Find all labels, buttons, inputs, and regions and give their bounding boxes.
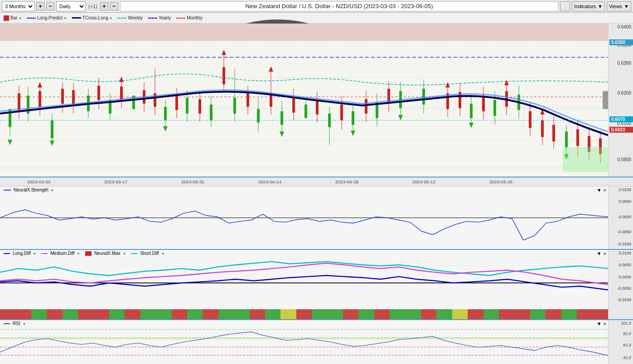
rsi-controls: ▼ × [597,321,606,326]
svg-text:2023-03-17: 2023-03-17 [104,180,127,185]
svg-text:2023-03-31: 2023-03-31 [181,180,204,185]
rsi-close-btn[interactable]: × [604,321,606,326]
svg-marker-162 [398,115,403,120]
sell-signals [38,50,545,115]
diff-label-n0100: -0.0100 [617,297,631,302]
neurax-axis: 0.0100 0.0050 0.0000 -0.0050 -0.0100 [608,187,633,249]
neurax-controls: ▼ × [597,187,606,193]
svg-text:2023-05-12: 2023-05-12 [412,180,435,185]
resistance-band [0,24,608,41]
svg-marker-161 [351,131,355,136]
svg-marker-157 [8,139,12,145]
diff-chart: Long.Diff ● Medium.Diff ● NeuralX.Max ● … [0,250,633,320]
svg-marker-165 [38,82,42,87]
current-price-badge: 0.6070 [609,116,633,122]
chart-container: 0.6400 0.6350 0.6300 0.6200 0.6100 0.590… [0,24,633,364]
diff-close-btn[interactable]: × [604,251,606,256]
neurax-dot: ● [51,188,53,192]
svg-marker-160 [280,132,284,137]
price-label-6200: 0.6200 [617,91,631,96]
price-axis: 0.6400 0.6350 0.6300 0.6200 0.6100 0.590… [608,24,633,177]
neurax-svg [0,187,608,249]
svg-marker-170 [504,80,509,85]
svg-marker-159 [163,126,168,132]
neurax-chart-main[interactable]: NeuralX.Strength ● ▼ × [0,187,608,249]
neurax-header: NeuralX.Strength ● [4,187,53,192]
svg-marker-163 [469,123,474,128]
toolbar: 3 Months 1 Month 6 Months 1 Year + − Dai… [0,0,633,13]
diff-controls: ▼ × [597,251,606,256]
price-label-5900: 0.5900 [617,157,631,162]
rsi-header: RSI ● [4,321,25,326]
svg-marker-167 [222,50,226,55]
price-svg [0,24,608,177]
rsi-axis: 101.0 81.0 61.0 41.0 21.0 [608,320,633,364]
rsi-label-81: 81.0 [623,331,631,336]
rsi-label-41: 41.0 [623,355,631,360]
neurax-label-n0050: -0.0050 [617,230,631,234]
diff-label-n0050: -0.0050 [617,286,631,291]
rsi-svg [0,320,608,364]
rsi-chart-main[interactable]: RSI ● ▼ × [0,320,608,364]
svg-marker-169 [445,82,450,87]
neurax-line-icon [4,190,11,191]
svg-text:2023-04-28: 2023-04-28 [335,180,358,185]
buy-signals [8,115,569,159]
diff-chart-main[interactable]: Long.Diff ● Medium.Diff ● NeuralX.Max ● … [0,250,608,319]
rsi-line-icon [4,323,10,324]
price-label-6300: 0.6300 [617,61,631,66]
price-chart-main[interactable] [0,24,608,177]
diff-label-0050: 0.0050 [619,263,631,267]
neurax-label-0050: 0.0050 [619,199,631,204]
support-band [563,147,608,172]
neurax-label-0100: 0.0100 [619,187,631,192]
price-chart: 0.6400 0.6350 0.6300 0.6200 0.6100 0.590… [0,24,633,177]
predict-price-badge: 0.6023 [609,127,633,133]
signal-bar [0,309,608,319]
long-diff-icon [4,253,10,254]
diff-axis: 0.0100 0.0050 0.0000 -0.0050 -0.0100 [608,250,633,319]
medium-diff-icon [41,253,48,254]
diff-header: Long.Diff ● Medium.Diff ● NeuralX.Max ● … [4,251,164,256]
yearly-price-badge: 0.6350 [609,39,633,45]
rsi-collapse-btn[interactable]: ▼ [597,321,602,326]
chart-scrollbar[interactable] [603,91,608,109]
neurax-chart: NeuralX.Strength ● ▼ × 0.0100 0.0050 0.0… [0,187,633,250]
rsi-chart: RSI ● ▼ × 101.0 [0,320,633,364]
neurax-label-n0100: -0.0100 [617,242,631,246]
price-label-6400: 0.6400 [617,24,631,29]
svg-marker-158 [50,140,54,146]
svg-text:2023-03-03: 2023-03-03 [27,180,50,185]
red-bars [19,52,600,163]
svg-text:2023-04-14: 2023-04-14 [258,180,282,185]
short-diff-icon [131,253,137,254]
svg-text:2023-05-26: 2023-05-26 [489,180,512,185]
rsi-label-101: 101.0 [621,321,631,326]
rsi-label-61: 61.0 [623,343,631,347]
svg-marker-168 [269,66,273,72]
neurax-collapse-btn[interactable]: ▼ [597,187,602,193]
diff-label-0000: 0.0000 [619,275,631,279]
neurax-close-btn[interactable]: × [604,187,606,193]
search-btn[interactable] [560,1,570,11]
neurax-max-icon [85,251,92,256]
rsi-dot: ● [23,321,25,326]
x-axis: 2023-03-03 2023-03-17 2023-03-31 2023-04… [0,177,633,187]
diff-label-0100: 0.0100 [619,251,631,255]
diff-collapse-btn[interactable]: ▼ [597,251,602,256]
neurax-label-0000: 0.0000 [619,215,631,219]
